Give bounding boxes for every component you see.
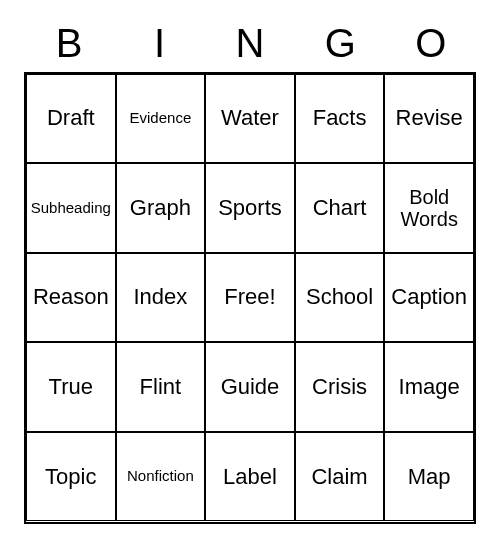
header-letter-i: I (114, 21, 204, 66)
header-letter-g: G (295, 21, 385, 66)
header-letter-n: N (205, 21, 295, 66)
bingo-card: B I N G O DraftEvidenceWaterFactsReviseS… (24, 21, 476, 524)
bingo-cell[interactable]: Subheading (26, 163, 116, 253)
bingo-cell[interactable]: Claim (295, 432, 385, 522)
bingo-cell[interactable]: Guide (205, 342, 295, 432)
bingo-header-row: B I N G O (24, 21, 476, 72)
bingo-cell[interactable]: Reason (26, 253, 116, 343)
bingo-cell[interactable]: Flint (116, 342, 206, 432)
bingo-cell[interactable]: Label (205, 432, 295, 522)
bingo-cell[interactable]: Revise (384, 74, 474, 164)
bingo-cell[interactable]: Draft (26, 74, 116, 164)
bingo-cell[interactable]: Graph (116, 163, 206, 253)
bingo-cell[interactable]: Map (384, 432, 474, 522)
bingo-cell[interactable]: Free! (205, 253, 295, 343)
bingo-cell[interactable]: True (26, 342, 116, 432)
bingo-grid: DraftEvidenceWaterFactsReviseSubheadingG… (24, 72, 476, 524)
bingo-cell[interactable]: Facts (295, 74, 385, 164)
bingo-cell[interactable]: Image (384, 342, 474, 432)
bingo-cell[interactable]: Index (116, 253, 206, 343)
bingo-cell[interactable]: Crisis (295, 342, 385, 432)
header-letter-o: O (386, 21, 476, 66)
bingo-cell[interactable]: Water (205, 74, 295, 164)
bingo-cell[interactable]: Evidence (116, 74, 206, 164)
header-letter-b: B (24, 21, 114, 66)
bingo-cell[interactable]: Chart (295, 163, 385, 253)
bingo-cell[interactable]: Sports (205, 163, 295, 253)
bingo-cell[interactable]: Caption (384, 253, 474, 343)
bingo-cell[interactable]: Bold Words (384, 163, 474, 253)
bingo-cell[interactable]: School (295, 253, 385, 343)
bingo-cell[interactable]: Topic (26, 432, 116, 522)
bingo-cell[interactable]: Nonfiction (116, 432, 206, 522)
